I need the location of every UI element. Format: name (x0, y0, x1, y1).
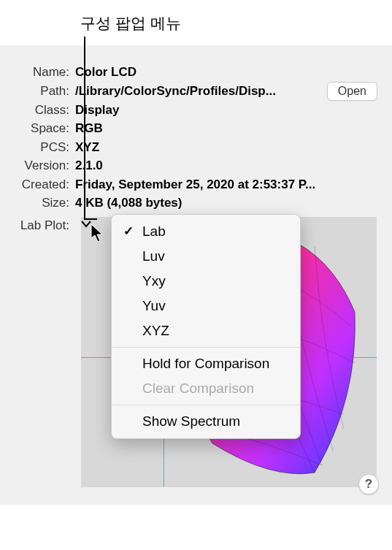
label-labplot: Lab Plot: (15, 218, 75, 233)
menu-item-label: Clear Comparison (142, 381, 254, 396)
menu-item-xyz[interactable]: XYZ (112, 318, 300, 343)
label-path: Path: (15, 82, 75, 101)
menu-separator (112, 405, 300, 405)
row-created: Created: Friday, September 25, 2020 at 2… (15, 175, 377, 194)
label-class: Class: (15, 101, 75, 120)
menu-item-label: Yuv (142, 298, 166, 313)
annotation-callout-line (84, 37, 85, 219)
menu-item-yxy[interactable]: Yxy (112, 269, 300, 294)
label-size: Size: (15, 194, 75, 213)
value-class: Display (75, 101, 377, 120)
row-size: Size: 4 KB (4,088 bytes) (15, 194, 377, 213)
help-button[interactable]: ? (358, 474, 379, 494)
menu-separator (112, 347, 300, 348)
menu-item-label: XYZ (142, 323, 169, 338)
menu-item-label: Hold for Comparison (142, 356, 269, 371)
row-name: Name: Color LCD (15, 63, 377, 82)
row-version: Version: 2.1.0 (15, 156, 377, 175)
label-name: Name: (15, 63, 75, 82)
row-pcs: PCS: XYZ (15, 138, 377, 157)
menu-item-show-spectrum[interactable]: Show Spectrum (112, 409, 300, 434)
value-space: RGB (75, 119, 377, 138)
annotation-label: 구성 팝업 메뉴 (80, 13, 181, 34)
menu-item-lab[interactable]: ✓ Lab (112, 219, 300, 244)
label-version: Version: (15, 156, 75, 175)
open-button[interactable]: Open (327, 82, 377, 101)
value-path: /Library/ColorSync/Profiles/Disp... (75, 82, 321, 101)
row-space: Space: RGB (15, 119, 377, 138)
row-class: Class: Display (15, 101, 377, 120)
check-icon: ✓ (123, 224, 134, 239)
labplot-popup-menu: ✓ Lab Luv Yxy Yuv XYZ Hold for Compariso… (111, 214, 301, 439)
profile-info-panel: Name: Color LCD Path: /Library/ColorSync… (0, 45, 392, 505)
menu-item-label: Show Spectrum (142, 413, 240, 429)
menu-item-label: Lab (142, 224, 166, 239)
help-icon: ? (365, 477, 372, 492)
label-created: Created: (15, 175, 75, 194)
value-name: Color LCD (75, 63, 377, 82)
value-size: 4 KB (4,088 bytes) (75, 194, 377, 213)
value-created: Friday, September 25, 2020 at 2:53:37 P.… (75, 175, 377, 194)
menu-item-yuv[interactable]: Yuv (112, 294, 300, 318)
menu-item-label: Yxy (142, 273, 166, 289)
row-path: Path: /Library/ColorSync/Profiles/Disp..… (15, 82, 377, 101)
value-version: 2.1.0 (75, 156, 377, 175)
label-space: Space: (15, 119, 75, 138)
menu-item-hold-comparison[interactable]: Hold for Comparison (112, 351, 300, 376)
menu-item-clear-comparison: Clear Comparison (112, 376, 300, 401)
chevron-down-icon (81, 221, 91, 228)
value-pcs: XYZ (75, 138, 377, 157)
menu-item-luv[interactable]: Luv (112, 244, 300, 269)
label-pcs: PCS: (15, 138, 75, 157)
menu-item-label: Luv (142, 248, 165, 264)
